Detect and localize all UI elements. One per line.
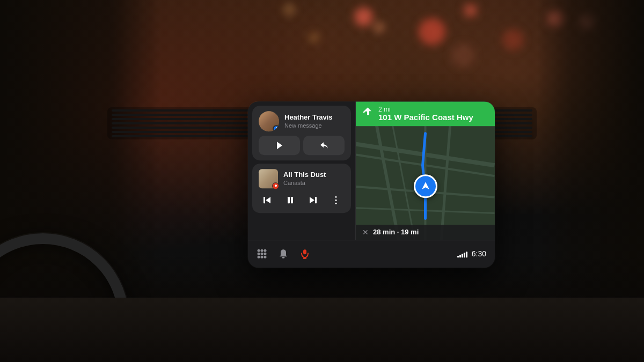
bokeh-light (283, 4, 295, 16)
nav-street: 101 W Pacific Coast Hwy (378, 113, 473, 122)
svg-point-27 (261, 256, 264, 258)
nav-arrow-icon (420, 181, 431, 191)
reply-message-button[interactable] (303, 136, 345, 155)
svg-point-28 (264, 256, 267, 258)
nav-location-arrow (414, 174, 437, 198)
song-info: All This Dust Canasta (283, 171, 326, 186)
message-actions (259, 136, 345, 155)
bokeh-light (451, 43, 475, 68)
signal-bar-1 (457, 256, 459, 257)
nav-position-container (414, 174, 437, 198)
music-app-badge-icon (272, 182, 279, 189)
signal-bar-4 (464, 253, 465, 257)
signal-bar-2 (459, 255, 461, 257)
bokeh-light (502, 29, 524, 50)
message-label: New message (284, 122, 345, 129)
svg-point-7 (335, 196, 336, 197)
dashboard-surface (0, 298, 644, 362)
bokeh-light (309, 33, 319, 42)
signal-bar-3 (462, 254, 463, 257)
svg-point-23 (258, 253, 260, 255)
svg-rect-30 (303, 249, 306, 254)
bokeh-light (464, 4, 477, 17)
android-auto-screen: Heather Travis New message (248, 101, 495, 268)
svg-point-8 (335, 199, 336, 201)
svg-point-20 (258, 249, 260, 252)
left-panel: Heather Travis New message (248, 101, 355, 240)
play-message-button[interactable] (259, 136, 300, 155)
music-info: All This Dust Canasta (259, 169, 345, 188)
prev-track-button[interactable] (260, 193, 275, 208)
album-art (259, 169, 278, 188)
bokeh-light (354, 8, 373, 26)
messenger-badge-icon (273, 125, 279, 131)
status-area: 6:30 (457, 249, 486, 258)
navigation-panel[interactable]: 2 mi 101 W Pacific Coast Hwy ✕ 28 min · … (356, 101, 495, 240)
svg-point-24 (261, 253, 264, 255)
eta-bar: ✕ 28 min · 19 mi (356, 225, 495, 240)
svg-point-29 (282, 257, 285, 258)
svg-rect-5 (315, 197, 317, 203)
clock-display: 6:30 (472, 249, 486, 258)
svg-marker-19 (422, 182, 429, 189)
screen-content: Heather Travis New message (248, 101, 495, 240)
bottom-bar: 6:30 (248, 240, 495, 268)
more-options-button[interactable] (328, 193, 343, 208)
message-text: Heather Travis New message (284, 113, 345, 129)
message-header: Heather Travis New message (259, 111, 345, 131)
svg-rect-4 (291, 197, 293, 203)
turn-arrow-icon (362, 106, 374, 121)
svg-point-9 (335, 202, 336, 204)
music-controls (259, 193, 345, 208)
bokeh-light (374, 22, 384, 33)
next-track-button[interactable] (305, 193, 320, 208)
signal-strength-icon (457, 250, 467, 257)
nav-distance: 2 mi (378, 106, 473, 113)
svg-point-25 (264, 253, 267, 255)
microphone-button[interactable] (299, 248, 310, 259)
svg-point-26 (258, 256, 260, 258)
svg-marker-6 (310, 197, 314, 203)
notifications-button[interactable] (278, 248, 289, 259)
signal-bar-5 (466, 252, 467, 257)
close-route-button[interactable]: ✕ (362, 228, 369, 237)
pause-button[interactable] (283, 193, 298, 208)
svg-rect-3 (288, 197, 290, 203)
svg-point-22 (264, 249, 267, 252)
song-title: All This Dust (283, 171, 326, 179)
apps-button[interactable] (257, 248, 267, 259)
message-card[interactable]: Heather Travis New message (252, 106, 351, 160)
eta-display: 28 min · 19 mi (373, 228, 419, 236)
song-artist: Canasta (283, 180, 326, 186)
bokeh-light (419, 18, 445, 45)
bottom-left-icons (257, 248, 310, 259)
svg-rect-1 (264, 197, 265, 203)
svg-marker-0 (277, 142, 282, 149)
nav-info: 2 mi 101 W Pacific Coast Hwy (378, 106, 473, 122)
contact-name: Heather Travis (284, 113, 345, 122)
svg-marker-2 (266, 197, 270, 203)
svg-point-21 (261, 249, 264, 252)
nav-instruction-header: 2 mi 101 W Pacific Coast Hwy (356, 101, 495, 127)
avatar (259, 111, 279, 131)
music-card[interactable]: All This Dust Canasta (252, 164, 351, 213)
